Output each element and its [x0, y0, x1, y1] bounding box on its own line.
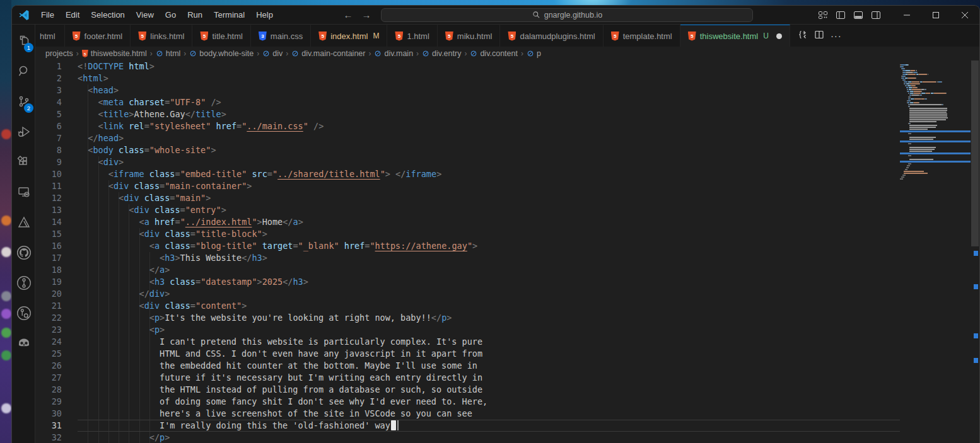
code-line-32[interactable]: 32 </p> — [35, 432, 900, 443]
code-line-24[interactable]: 24 I can't pretend this website is parti… — [35, 336, 900, 348]
line-number[interactable]: 28 — [35, 384, 78, 396]
code-line-11[interactable]: 11 <div class="main-container"> — [35, 180, 900, 192]
code-line-2[interactable]: 2<html> — [35, 72, 900, 84]
code-line-27[interactable]: 27 future if it's necessary but I'm writ… — [35, 372, 900, 384]
breadcrumb-item-div[interactable]: div — [262, 49, 283, 58]
code-line-22[interactable]: 22 <p>It's the website you're looking at… — [35, 312, 900, 324]
code-line-23[interactable]: 23 <p> — [35, 324, 900, 336]
activity-item-azure[interactable] — [12, 207, 35, 238]
more-actions-icon[interactable]: ··· — [831, 30, 842, 41]
line-number[interactable]: 7 — [35, 132, 78, 144]
code-line-26[interactable]: 26 the embedded hit counter at the botto… — [35, 360, 900, 372]
breadcrumb-item-body-whole-site[interactable]: body.whole-site — [189, 49, 254, 58]
line-number[interactable]: 23 — [35, 324, 78, 336]
code-line-20[interactable]: 20 </div> — [35, 288, 900, 300]
line-number[interactable]: 9 — [35, 156, 78, 168]
menu-item-file[interactable]: File — [35, 8, 60, 21]
minimap[interactable] — [900, 60, 971, 443]
line-number[interactable]: 11 — [35, 180, 78, 192]
breadcrumb-item-projects[interactable]: projects — [45, 49, 73, 58]
scrollbar-thumb[interactable] — [971, 60, 979, 246]
menu-item-view[interactable]: View — [131, 8, 160, 21]
toggle-panel-icon[interactable] — [853, 10, 863, 20]
code-line-19[interactable]: 19 <h3 class="datestamp">2025</h3> — [35, 276, 900, 288]
code-line-18[interactable]: 18 </a> — [35, 264, 900, 276]
line-number[interactable]: 4 — [35, 96, 78, 108]
breadcrumb-item-div-main-container[interactable]: div.main-container — [291, 49, 365, 58]
maximize-button[interactable] — [921, 6, 950, 25]
code-line-17[interactable]: 17 <h3>This Website</h3> — [35, 252, 900, 264]
activity-item-source-control[interactable]: 2 — [12, 86, 35, 117]
menu-item-help[interactable]: Help — [250, 8, 279, 21]
toggle-secondary-sidebar-icon[interactable] — [871, 10, 881, 20]
line-number[interactable]: 32 — [35, 432, 78, 443]
code-line-31[interactable]: 31 I'm really doing this the 'old-fashio… — [35, 420, 900, 432]
nav-forward-button[interactable]: → — [361, 9, 371, 20]
code-line-3[interactable]: 3 <head> — [35, 84, 900, 96]
tab-thiswebsite-html[interactable]: 5thiswebsite.htmlU — [680, 25, 790, 47]
code-line-6[interactable]: 6 <link rel="stylesheet" href="../main.c… — [35, 120, 900, 132]
line-number[interactable]: 27 — [35, 372, 78, 384]
code-line-10[interactable]: 10 <iframe class="embed-title" src="../s… — [35, 168, 900, 180]
toggle-primary-sidebar-icon[interactable] — [836, 10, 846, 20]
line-number[interactable]: 15 — [35, 228, 78, 240]
line-number[interactable]: 24 — [35, 336, 78, 348]
tab-dalamudplugins-html[interactable]: 5dalamudplugins.html — [500, 25, 603, 47]
line-number[interactable]: 16 — [35, 240, 78, 252]
tab-main-css[interactable]: 3main.css — [251, 25, 311, 47]
menu-item-terminal[interactable]: Terminal — [208, 8, 250, 21]
split-editor-icon[interactable] — [814, 30, 824, 42]
line-number[interactable]: 29 — [35, 396, 78, 408]
activity-item-github[interactable] — [12, 238, 35, 268]
activity-item-remote-explorer[interactable] — [12, 177, 35, 207]
code-line-21[interactable]: 21 <div class="content"> — [35, 300, 900, 312]
line-number[interactable]: 31 — [35, 420, 78, 432]
open-changes-icon[interactable] — [798, 30, 808, 42]
breadcrumb-item-div-content[interactable]: div.content — [470, 49, 518, 58]
breadcrumb-item-html[interactable]: html — [156, 49, 181, 58]
activity-item-gitlens-inspect[interactable] — [12, 298, 35, 328]
code-line-29[interactable]: 29 of doing some fancy shit I don't see … — [35, 396, 900, 408]
code-line-7[interactable]: 7 </head> — [35, 132, 900, 144]
tab-links-html[interactable]: 5links.html — [131, 25, 192, 47]
line-number[interactable]: 3 — [35, 84, 78, 96]
code-line-4[interactable]: 4 <meta charset="UTF-8" /> — [35, 96, 900, 108]
menu-item-edit[interactable]: Edit — [60, 8, 85, 21]
line-number[interactable]: 1 — [35, 60, 78, 72]
breadcrumb-item-thiswebsite-html[interactable]: 5thiswebsite.html — [82, 49, 147, 58]
tab-index-html[interactable]: 5index.htmlM — [311, 25, 387, 47]
activity-item-explorer[interactable]: 1 — [12, 26, 35, 56]
code-pane[interactable]: 1<!DOCTYPE html>2<html>3 <head>4 <meta c… — [35, 60, 900, 443]
line-number[interactable]: 22 — [35, 312, 78, 324]
line-number[interactable]: 25 — [35, 348, 78, 360]
line-number[interactable]: 12 — [35, 192, 78, 204]
tab-template-html[interactable]: 5template.html — [604, 25, 680, 47]
line-number[interactable]: 6 — [35, 120, 78, 132]
line-number[interactable]: 18 — [35, 264, 78, 276]
line-number[interactable]: 20 — [35, 288, 78, 300]
customize-layout-icon[interactable] — [818, 10, 828, 20]
line-number[interactable]: 2 — [35, 72, 78, 84]
close-button[interactable] — [950, 6, 979, 25]
breadcrumb-item-p[interactable]: p — [527, 49, 541, 58]
line-number[interactable]: 10 — [35, 168, 78, 180]
code-line-9[interactable]: 9 <div> — [35, 156, 900, 168]
line-number[interactable]: 8 — [35, 144, 78, 156]
code-line-25[interactable]: 25 HTML and CSS. I don't even have any j… — [35, 348, 900, 360]
activity-item-extensions[interactable] — [12, 147, 35, 177]
breadcrumb-item-div-entry[interactable]: div.entry — [422, 49, 461, 58]
line-number[interactable]: 30 — [35, 408, 78, 420]
code-line-15[interactable]: 15 <div class="title-block"> — [35, 228, 900, 240]
line-number[interactable]: 19 — [35, 276, 78, 288]
line-number[interactable]: 5 — [35, 108, 78, 120]
code-line-5[interactable]: 5 <title>Athene.Gay</title> — [35, 108, 900, 120]
nav-back-button[interactable]: ← — [343, 9, 353, 20]
menu-item-go[interactable]: Go — [160, 8, 182, 21]
tab-miku-html[interactable]: 5miku.html — [438, 25, 501, 47]
line-number[interactable]: 26 — [35, 360, 78, 372]
tab-1-html[interactable]: 51.html — [387, 25, 437, 47]
code-line-30[interactable]: 30 here's a live screenshot of the site … — [35, 408, 900, 420]
line-number[interactable]: 21 — [35, 300, 78, 312]
code-line-14[interactable]: 14 <a href="../index.html">Home</a> — [35, 216, 900, 228]
tab-footer-html[interactable]: 5footer.html — [65, 25, 131, 47]
